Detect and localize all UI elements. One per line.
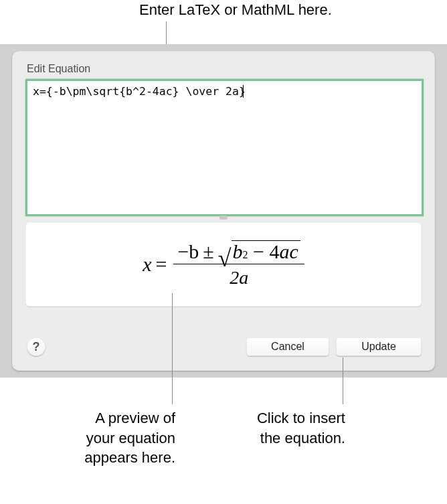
rendered-equation: x = −b ± √ b2 − 4ac 2a [143, 240, 304, 288]
text-caret [243, 85, 244, 98]
help-button[interactable]: ? [27, 337, 46, 356]
dialog-title: Edit Equation [27, 63, 90, 75]
annotation-top: Enter LaTeX or MathML here. [139, 0, 332, 20]
latex-input-text: x={-b\pm\sqrt{b^2-4ac} \over 2a} [33, 85, 246, 98]
equation-preview: x = −b ± √ b2 − 4ac 2a [25, 222, 422, 307]
annotation-update: Click to insert the equation. [241, 408, 345, 448]
annotation-preview: A preview of your equation appears here. [68, 408, 175, 468]
annotation-preview-leader [172, 293, 173, 404]
cancel-button[interactable]: Cancel [246, 337, 329, 356]
annotation-update-leader [343, 357, 343, 404]
resize-grip[interactable] [219, 216, 228, 220]
edit-equation-dialog: Edit Equation x={-b\pm\sqrt{b^2-4ac} \ov… [12, 51, 435, 371]
update-button[interactable]: Update [336, 337, 422, 356]
latex-input[interactable]: x={-b\pm\sqrt{b^2-4ac} \over 2a} [25, 79, 424, 216]
